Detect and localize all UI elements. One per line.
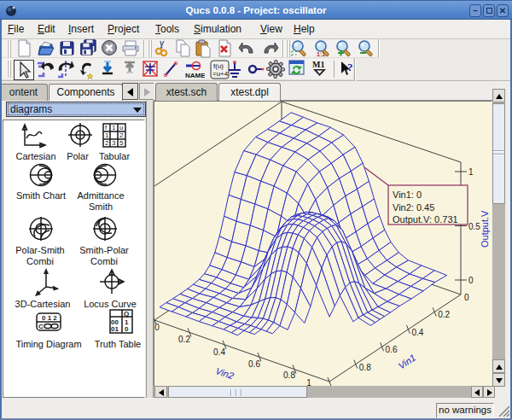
svg-text:1: 1: [306, 378, 311, 386]
svg-text:Vin1: Vin1: [396, 353, 417, 371]
svg-text:0.4: 0.4: [213, 347, 225, 357]
svg-text:f: f: [105, 124, 108, 131]
svg-text:M1: M1: [312, 60, 324, 69]
svg-text:Vin2: 0.45: Vin2: 0.45: [393, 202, 434, 213]
svg-text:0.4: 0.4: [411, 328, 423, 337]
svg-text:01: 01: [111, 325, 119, 333]
svg-text:Vin1: 0: Vin1: 0: [393, 190, 422, 200]
svg-text:1: 1: [468, 167, 474, 177]
svg-text:1: 1: [112, 124, 116, 131]
svg-text:0.8: 0.8: [283, 370, 295, 380]
svg-text:2: 2: [105, 139, 109, 147]
svg-text:0.2: 0.2: [438, 310, 450, 319]
svg-text:0.6: 0.6: [248, 359, 260, 369]
svg-text:0.2: 0.2: [178, 335, 190, 344]
svg-text:u: u: [119, 124, 123, 131]
svg-text:2: 2: [119, 131, 124, 139]
svg-text:Output.V: 0.731: Output.V: 0.731: [393, 214, 458, 225]
svg-text:5: 5: [119, 139, 124, 147]
svg-text:0: 0: [154, 323, 160, 332]
svg-text:0: 0: [468, 276, 474, 285]
svg-text:0: 0: [125, 325, 129, 333]
svg-text:3: 3: [112, 139, 116, 147]
svg-text:0.8: 0.8: [359, 363, 371, 372]
svg-text:1:1: 1:1: [317, 51, 325, 57]
svg-text:0.6: 0.6: [386, 345, 398, 354]
svg-text:Output.V: Output.V: [480, 210, 490, 248]
svg-text:0 1 2: 0 1 2: [42, 314, 57, 322]
svg-text:Vin2: Vin2: [214, 365, 236, 381]
svg-text:1: 1: [105, 131, 109, 139]
svg-text:Q: Q: [124, 310, 129, 318]
svg-text:NAME: NAME: [185, 72, 205, 79]
svg-text:C: C: [38, 323, 44, 330]
svg-text:?: ?: [347, 61, 353, 73]
svg-text:0: 0: [464, 293, 469, 302]
svg-text:f(u): f(u): [213, 62, 224, 70]
